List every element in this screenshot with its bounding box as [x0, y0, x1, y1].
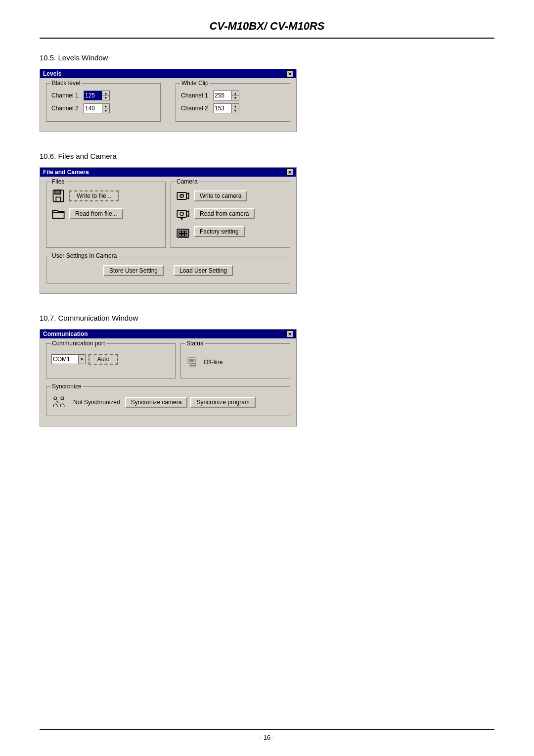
write-to-camera-button[interactable]: Write to camera	[194, 190, 247, 201]
section-levels-heading: 10.5. Levels Window	[40, 53, 494, 62]
sync-camera-button[interactable]: Syncronize camera	[125, 397, 188, 408]
white-ch1-label: Channel 1	[181, 92, 213, 99]
comm-title-text: Communication	[43, 331, 88, 337]
svg-rect-13	[185, 231, 187, 234]
black-ch2-spinbox[interactable]: 140 ▲ ▼	[84, 103, 110, 113]
footer-rule	[40, 729, 494, 730]
communication-window: Communication ✕ Communication port COM1 …	[40, 329, 297, 426]
svg-point-23	[61, 397, 64, 400]
black-ch2-row: Channel 2 140 ▲ ▼	[51, 103, 155, 113]
levels-window: Levels ✕ Black level Channel 1 125 ▲ ▼	[40, 69, 297, 132]
read-file-row: Read from file...	[51, 207, 160, 221]
header-rule	[40, 38, 494, 39]
factory-setting-row: Factory setting	[176, 225, 285, 238]
write-to-file-button[interactable]: Write to file...	[69, 190, 119, 201]
status-group: Status Off-line	[180, 343, 290, 378]
svg-rect-16	[185, 234, 187, 236]
camera-read-icon	[176, 207, 190, 221]
file-camera-body: Files Write to file...	[40, 177, 296, 293]
load-user-setting-button[interactable]: Load User Setting	[174, 265, 233, 276]
user-settings-group: User Settings In Camera Store User Setti…	[46, 256, 290, 284]
factory-icon	[176, 225, 190, 238]
sync-program-button[interactable]: Syncronize program	[190, 397, 255, 408]
svg-marker-4	[186, 193, 189, 199]
sync-row: Not Synchronized Syncronize camera Syncr…	[51, 394, 285, 411]
comm-port-label: Communication port	[50, 340, 106, 347]
page-number: - 16 -	[0, 734, 534, 741]
comm-body: Communication port COM1 ▼ Auto Status	[40, 338, 296, 426]
floppy-icon	[51, 189, 65, 203]
white-ch2-value: 153	[214, 104, 231, 113]
read-from-file-button[interactable]: Read from file...	[69, 208, 123, 219]
svg-rect-12	[182, 231, 184, 234]
svg-rect-2	[56, 197, 60, 201]
page-footer: - 16 -	[0, 729, 534, 741]
not-synchronized-text: Not Synchronized	[73, 399, 120, 406]
black-ch1-value: 125	[84, 91, 102, 100]
read-from-camera-button[interactable]: Read from camera	[194, 208, 255, 219]
svg-point-9	[180, 212, 183, 216]
sync-label: Syncronize	[50, 383, 83, 390]
white-ch1-spinbox[interactable]: 255 ▲ ▼	[213, 91, 239, 100]
white-ch1-down[interactable]: ▼	[232, 95, 239, 100]
page-title: CV-M10BX/ CV-M10RS	[40, 20, 494, 33]
black-ch1-label: Channel 1	[51, 92, 84, 99]
comm-main-groups: Communication port COM1 ▼ Auto Status	[46, 343, 290, 382]
svg-rect-7	[177, 210, 186, 217]
factory-setting-button[interactable]: Factory setting	[194, 226, 245, 237]
user-settings-row: Store User Setting Load User Setting	[51, 263, 285, 278]
levels-body: Black level Channel 1 125 ▲ ▼ Channel 2	[40, 78, 296, 132]
sync-group: Syncronize Not	[46, 386, 290, 416]
svg-rect-15	[182, 234, 184, 236]
comm-close-button[interactable]: ✕	[286, 331, 293, 337]
black-ch2-up[interactable]: ▲	[102, 104, 109, 108]
black-ch1-spinbox[interactable]: 125 ▲ ▼	[84, 91, 110, 100]
store-user-setting-button[interactable]: Store User Setting	[103, 265, 164, 276]
comm-port-row: COM1 ▼ Auto	[51, 351, 170, 368]
page-header: CV-M10BX/ CV-M10RS	[40, 20, 494, 33]
black-ch1-up[interactable]: ▲	[102, 91, 109, 95]
levels-titlebar: Levels ✕	[40, 69, 296, 78]
levels-close-button[interactable]: ✕	[286, 70, 293, 77]
comm-titlebar: Communication ✕	[40, 330, 296, 338]
port-select[interactable]: COM1	[51, 354, 79, 364]
file-camera-window: File and Camera ✕ Files	[40, 167, 297, 294]
white-ch2-spinbox[interactable]: 153 ▲ ▼	[213, 103, 239, 113]
white-ch1-up[interactable]: ▲	[232, 91, 239, 95]
black-ch1-arrows: ▲ ▼	[102, 91, 109, 100]
status-label: Status	[185, 340, 205, 347]
read-camera-row: Read from camera	[176, 207, 285, 221]
black-level-label: Black level	[50, 80, 82, 87]
section-comm-heading: 10.7. Communication Window	[40, 314, 494, 322]
status-row: Off-line	[186, 351, 285, 373]
black-ch2-arrows: ▲ ▼	[102, 104, 109, 113]
svg-rect-11	[179, 231, 181, 234]
white-ch2-arrows: ▲ ▼	[231, 104, 239, 113]
auto-button[interactable]: Auto	[89, 354, 118, 365]
section-files-heading: 10.6. Files and Camera	[40, 152, 494, 160]
white-ch1-value: 255	[214, 91, 231, 100]
file-camera-titlebar: File and Camera ✕	[40, 168, 296, 177]
port-select-arrow[interactable]: ▼	[79, 354, 86, 364]
svg-rect-14	[179, 234, 181, 236]
svg-marker-8	[186, 211, 189, 217]
white-ch2-up[interactable]: ▲	[232, 104, 239, 108]
white-ch1-row: Channel 1 255 ▲ ▼	[181, 91, 285, 100]
black-ch2-value: 140	[84, 104, 102, 113]
svg-rect-20	[190, 365, 196, 366]
file-camera-close-button[interactable]: ✕	[286, 169, 293, 176]
black-ch1-down[interactable]: ▼	[102, 95, 109, 100]
offline-icon	[186, 354, 200, 370]
port-select-wrap: COM1 ▼	[51, 354, 86, 364]
file-camera-title-text: File and Camera	[43, 169, 89, 176]
black-ch1-row: Channel 1 125 ▲ ▼	[51, 91, 155, 100]
files-group-label: Files	[50, 178, 66, 185]
svg-point-21	[54, 397, 57, 400]
white-ch2-down[interactable]: ▼	[232, 108, 239, 113]
comm-port-group: Communication port COM1 ▼ Auto	[46, 343, 176, 378]
files-group: Files Write to file...	[46, 182, 166, 248]
sync-icons	[51, 396, 68, 409]
folder-icon	[51, 207, 65, 221]
black-level-group: Black level Channel 1 125 ▲ ▼ Channel 2	[46, 83, 161, 122]
black-ch2-down[interactable]: ▼	[102, 108, 109, 113]
